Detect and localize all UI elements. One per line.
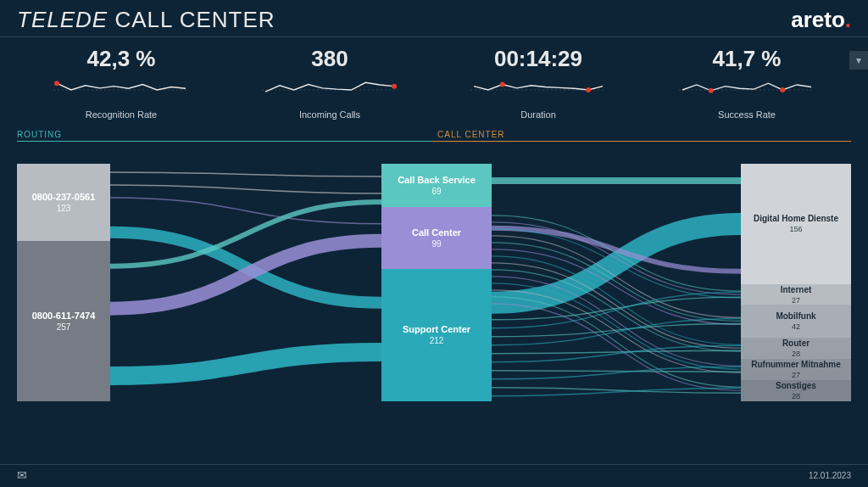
footer: ✉ 12.01.2023 [0,464,868,487]
svg-point-1 [54,81,59,86]
kpi-label: Recognition Rate [28,109,214,120]
sparkline-duration [470,76,606,104]
sankey-node[interactable]: Rufnummer Mitnahme27 [741,359,851,380]
funnel-icon: ▾ [856,54,861,66]
logo-text: areto [791,7,845,32]
svg-point-9 [780,87,785,92]
kpi-label: Incoming Calls [236,109,423,120]
footer-date: 12.01.2023 [809,471,851,480]
kpi-label: Success Rate [654,109,840,120]
sankey-node[interactable]: Call Center99 [381,207,492,269]
svg-point-6 [586,87,591,92]
sparkline-incoming [262,76,398,104]
title-brand: TELEDE [17,7,108,32]
sankey-col-topics: Digital Home Dienste156Internet27Mobilfu… [741,147,851,418]
kpi-label: Duration [445,109,632,120]
section-routing-label: ROUTING [17,130,432,142]
sparkline-recognition [53,76,189,104]
logo-dot: . [845,7,851,32]
kpi-value: 00:14:29 [445,46,632,72]
logo: areto. [791,7,851,33]
kpi-value: 41,7 % [654,46,840,72]
sparkline-success [679,76,815,104]
kpi-success-rate: 41,7 % Success Rate [654,46,840,120]
kpi-incoming-calls: 380 Incoming Calls [236,46,423,120]
section-labels: ROUTING CALL CENTER [17,130,851,142]
header: TELEDE CALL CENTER areto. [0,0,868,37]
kpi-row: 42,3 % Recognition Rate 380 Incoming Cal… [0,37,868,120]
sankey-node[interactable]: Internet27 [741,284,851,305]
kpi-value: 42,3 % [28,46,214,72]
sankey-node[interactable]: 0800-237-0561123 [17,164,110,241]
sankey-node[interactable]: Call Back Service69 [381,164,492,207]
filter-button[interactable]: ▾ [849,51,868,70]
section-callcenter-label: CALL CENTER [432,130,851,142]
sankey-node[interactable]: Digital Home Dienste156 [741,164,851,284]
svg-point-3 [392,84,397,89]
sankey-node[interactable]: Support Center212 [381,269,492,401]
svg-point-5 [500,82,505,87]
sankey-node[interactable]: Mobilfunk42 [741,305,851,337]
kpi-value: 380 [236,46,423,72]
sankey-col-sources: 0800-237-05611230800-611-7474257 [17,147,110,418]
title-rest: CALL CENTER [108,7,275,32]
sankey-col-queues: Call Back Service69Call Center99Support … [381,147,492,418]
sankey-node[interactable]: Sonstiges28 [741,380,851,401]
sankey-node[interactable]: 0800-611-7474257 [17,241,110,401]
kpi-duration: 00:14:29 Duration [445,46,632,120]
mail-icon[interactable]: ✉ [17,468,27,482]
svg-point-8 [709,88,714,93]
sankey-chart: 0800-237-05611230800-611-7474257 Call Ba… [17,147,851,418]
sankey-node[interactable]: Router28 [741,338,851,359]
page-title: TELEDE CALL CENTER [17,7,275,33]
kpi-recognition-rate: 42,3 % Recognition Rate [28,46,214,120]
